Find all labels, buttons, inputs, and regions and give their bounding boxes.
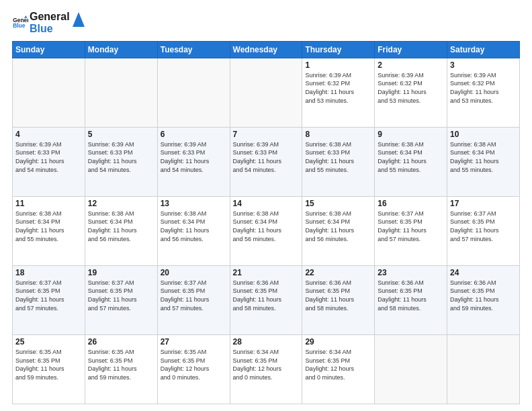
day-number: 16 [378,199,444,208]
col-header-thursday: Thursday [302,41,375,58]
calendar-header-row: SundayMondayTuesdayWednesdayThursdayFrid… [13,41,520,58]
calendar-cell: 17Sunrise: 6:37 AM Sunset: 6:35 PM Dayli… [447,196,520,265]
day-info: Sunrise: 6:38 AM Sunset: 6:34 PM Dayligh… [161,210,227,243]
col-header-tuesday: Tuesday [157,41,230,58]
calendar-cell: 29Sunrise: 6:34 AM Sunset: 6:35 PM Dayli… [302,334,375,404]
day-number: 4 [15,130,82,139]
calendar-week-row: 25Sunrise: 6:35 AM Sunset: 6:35 PM Dayli… [13,334,520,404]
logo-blue: Blue [30,23,70,35]
day-number: 18 [15,268,82,277]
day-number: 22 [305,268,371,277]
day-number: 6 [161,130,227,139]
day-number: 11 [15,199,82,208]
day-info: Sunrise: 6:37 AM Sunset: 6:35 PM Dayligh… [15,279,82,312]
day-number: 27 [161,337,227,347]
day-info: Sunrise: 6:34 AM Sunset: 6:35 PM Dayligh… [233,348,300,381]
calendar-cell: 23Sunrise: 6:36 AM Sunset: 6:35 PM Dayli… [375,265,447,334]
day-info: Sunrise: 6:38 AM Sunset: 6:34 PM Dayligh… [15,210,82,243]
day-number: 19 [88,268,154,277]
day-info: Sunrise: 6:35 AM Sunset: 6:35 PM Dayligh… [88,348,154,381]
calendar-cell: 13Sunrise: 6:38 AM Sunset: 6:34 PM Dayli… [157,196,230,265]
calendar-cell: 4Sunrise: 6:39 AM Sunset: 6:33 PM Daylig… [13,127,85,196]
calendar-cell: 16Sunrise: 6:37 AM Sunset: 6:35 PM Dayli… [375,196,447,265]
logo-triangle-icon [73,12,85,27]
calendar-cell: 15Sunrise: 6:38 AM Sunset: 6:34 PM Dayli… [302,196,375,265]
day-info: Sunrise: 6:39 AM Sunset: 6:32 PM Dayligh… [378,71,444,105]
header: General Blue General Blue [12,11,520,36]
page: General Blue General Blue SundayMondayTu… [0,0,532,411]
calendar-cell: 14Sunrise: 6:38 AM Sunset: 6:34 PM Dayli… [230,196,302,265]
day-number: 10 [450,130,517,139]
day-info: Sunrise: 6:37 AM Sunset: 6:35 PM Dayligh… [450,210,517,243]
calendar-cell: 26Sunrise: 6:35 AM Sunset: 6:35 PM Dayli… [85,334,157,404]
logo-general: General [30,11,70,23]
logo: General Blue General Blue [12,11,85,36]
day-info: Sunrise: 6:38 AM Sunset: 6:34 PM Dayligh… [450,140,517,174]
day-number: 21 [233,268,300,277]
calendar-cell [85,58,157,127]
day-info: Sunrise: 6:39 AM Sunset: 6:33 PM Dayligh… [233,140,300,174]
calendar-cell: 1Sunrise: 6:39 AM Sunset: 6:32 PM Daylig… [302,58,375,127]
svg-marker-3 [73,12,85,27]
calendar-cell: 12Sunrise: 6:38 AM Sunset: 6:34 PM Dayli… [85,196,157,265]
calendar-cell: 19Sunrise: 6:37 AM Sunset: 6:35 PM Dayli… [85,265,157,334]
col-header-sunday: Sunday [13,41,85,58]
day-number: 29 [305,337,371,347]
day-number: 7 [233,130,300,139]
day-number: 15 [305,199,371,208]
day-number: 5 [88,130,154,139]
calendar-cell: 6Sunrise: 6:39 AM Sunset: 6:33 PM Daylig… [157,127,230,196]
day-info: Sunrise: 6:38 AM Sunset: 6:34 PM Dayligh… [88,210,154,243]
col-header-friday: Friday [375,41,447,58]
calendar-cell: 10Sunrise: 6:38 AM Sunset: 6:34 PM Dayli… [447,127,520,196]
calendar-cell: 7Sunrise: 6:39 AM Sunset: 6:33 PM Daylig… [230,127,302,196]
day-number: 24 [450,268,517,277]
svg-text:Blue: Blue [13,23,26,30]
day-number: 8 [305,130,371,139]
calendar-cell: 20Sunrise: 6:37 AM Sunset: 6:35 PM Dayli… [157,265,230,334]
day-info: Sunrise: 6:39 AM Sunset: 6:32 PM Dayligh… [305,71,371,105]
calendar-cell: 24Sunrise: 6:36 AM Sunset: 6:35 PM Dayli… [447,265,520,334]
calendar-week-row: 11Sunrise: 6:38 AM Sunset: 6:34 PM Dayli… [13,196,520,265]
day-number: 9 [378,130,444,139]
calendar-week-row: 18Sunrise: 6:37 AM Sunset: 6:35 PM Dayli… [13,265,520,334]
logo-icon: General Blue [12,15,28,31]
day-number: 17 [450,199,517,208]
day-info: Sunrise: 6:38 AM Sunset: 6:34 PM Dayligh… [378,140,444,174]
day-info: Sunrise: 6:39 AM Sunset: 6:33 PM Dayligh… [15,140,82,174]
day-number: 1 [305,60,371,70]
calendar-cell: 27Sunrise: 6:35 AM Sunset: 6:35 PM Dayli… [157,334,230,404]
calendar-cell: 9Sunrise: 6:38 AM Sunset: 6:34 PM Daylig… [375,127,447,196]
calendar-week-row: 4Sunrise: 6:39 AM Sunset: 6:33 PM Daylig… [13,127,520,196]
day-number: 14 [233,199,300,208]
day-number: 2 [378,60,444,70]
day-info: Sunrise: 6:39 AM Sunset: 6:33 PM Dayligh… [161,140,227,174]
calendar-cell [157,58,230,127]
day-number: 20 [161,268,227,277]
day-number: 28 [233,337,300,347]
calendar-cell: 21Sunrise: 6:36 AM Sunset: 6:35 PM Dayli… [230,265,302,334]
day-info: Sunrise: 6:37 AM Sunset: 6:35 PM Dayligh… [378,210,444,243]
day-info: Sunrise: 6:36 AM Sunset: 6:35 PM Dayligh… [233,279,300,312]
calendar-cell: 22Sunrise: 6:36 AM Sunset: 6:35 PM Dayli… [302,265,375,334]
day-number: 13 [161,199,227,208]
calendar-cell: 8Sunrise: 6:38 AM Sunset: 6:33 PM Daylig… [302,127,375,196]
day-info: Sunrise: 6:35 AM Sunset: 6:35 PM Dayligh… [15,348,82,381]
day-number: 26 [88,337,154,347]
col-header-saturday: Saturday [447,41,520,58]
day-number: 3 [450,60,517,70]
day-info: Sunrise: 6:39 AM Sunset: 6:33 PM Dayligh… [88,140,154,174]
day-info: Sunrise: 6:38 AM Sunset: 6:33 PM Dayligh… [305,140,371,174]
calendar-cell: 2Sunrise: 6:39 AM Sunset: 6:32 PM Daylig… [375,58,447,127]
day-info: Sunrise: 6:38 AM Sunset: 6:34 PM Dayligh… [233,210,300,243]
calendar-cell: 28Sunrise: 6:34 AM Sunset: 6:35 PM Dayli… [230,334,302,404]
day-number: 25 [15,337,82,347]
day-info: Sunrise: 6:39 AM Sunset: 6:32 PM Dayligh… [450,71,517,105]
day-info: Sunrise: 6:36 AM Sunset: 6:35 PM Dayligh… [378,279,444,312]
calendar-cell [447,334,520,404]
day-info: Sunrise: 6:35 AM Sunset: 6:35 PM Dayligh… [161,348,227,381]
calendar-cell [375,334,447,404]
day-info: Sunrise: 6:37 AM Sunset: 6:35 PM Dayligh… [161,279,227,312]
calendar-cell: 11Sunrise: 6:38 AM Sunset: 6:34 PM Dayli… [13,196,85,265]
calendar-cell: 3Sunrise: 6:39 AM Sunset: 6:32 PM Daylig… [447,58,520,127]
